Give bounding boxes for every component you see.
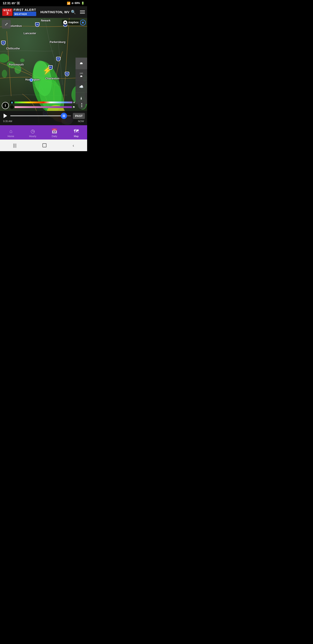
nav-map-label: Map [74, 135, 79, 138]
location-target-button[interactable] [80, 20, 86, 26]
lightning-icon: ⚡ [43, 66, 52, 75]
more-dots [81, 103, 82, 107]
map-container[interactable]: Newark Columbus Lancaster Chillicothe Pa… [0, 18, 87, 125]
status-temperature: 85° [12, 2, 16, 5]
hamburger-line-3 [80, 13, 85, 14]
logo-wsaz-text: WSAZ [3, 9, 11, 12]
interstate-79-shield: 79 [65, 72, 69, 76]
logo-firstalert: FIRST ALERT WEATHER [13, 8, 36, 16]
thumb-line-3 [64, 114, 65, 117]
city-lancaster: Lancaster [23, 32, 36, 35]
timeline-thumb-lines [63, 114, 65, 117]
legend-mix-icon: 🌨 [73, 106, 75, 108]
play-button[interactable] [2, 113, 8, 119]
logo-weather-text: WEATHER [14, 13, 27, 16]
home-icon: ⌂ [9, 128, 12, 134]
nav-daily[interactable]: 📅 Daily [43, 128, 65, 138]
precipitation-icon: 🌧 [79, 61, 83, 65]
search-button[interactable]: 🔍 [71, 10, 76, 14]
logo-box: WSAZ 3 [2, 8, 12, 16]
nav-hourly-label: Hourly [29, 135, 36, 138]
city-charleston: Charleston [45, 77, 59, 80]
daily-icon: 📅 [51, 128, 57, 134]
layer-24h-icon: 🌨 [80, 75, 83, 78]
bottom-nav: ⌂ Home ◷ Hourly 📅 Daily 🗺 Map [0, 125, 87, 140]
interstate-70-shield: 70 [35, 22, 39, 27]
mapbox-text: mapbox [68, 21, 79, 24]
legend-gradient-2 [14, 106, 72, 108]
nav-hourly[interactable]: ◷ Hourly [22, 128, 44, 138]
interstate-79: 79 [64, 72, 69, 76]
legend-snow-icon: ❄ [73, 101, 75, 104]
interstate-71: 71 [1, 40, 6, 46]
mapbox-logo: ⊕ mapbox [62, 20, 80, 25]
nav-home-label: Home [7, 135, 14, 138]
more-dot-1 [81, 103, 82, 104]
timeline-start-time: 9:35 AM [3, 120, 12, 122]
hamburger-line-1 [80, 10, 85, 11]
location-text: HUNTINGTON, WV [40, 10, 69, 14]
close-icon[interactable]: ✕ [17, 2, 20, 5]
city-parkersburg: Parkersburg [50, 40, 65, 44]
timeline-bar: PAST 9:35 AM NOW [0, 111, 87, 125]
map-icon: 🗺 [74, 128, 79, 134]
timeline-track[interactable] [10, 116, 71, 116]
legend-rain-icon: 💧 [10, 100, 14, 104]
logo-weather-box: WEATHER [13, 12, 36, 16]
location-target-inner [82, 22, 84, 24]
more-dot-3 [81, 106, 82, 107]
nav-daily-label: Daily [52, 135, 57, 138]
more-dot-2 [81, 105, 82, 106]
expand-button[interactable]: ⤢ [2, 20, 11, 28]
temp-icon: 🌡 [79, 96, 83, 100]
city-chillicothe: Chillicothe [6, 47, 20, 50]
logo-first-text: FIRST ALERT [13, 8, 36, 12]
city-newark: Newark [41, 19, 50, 22]
hourly-icon: ◷ [31, 128, 35, 134]
timeline-now-label: NOW [78, 120, 84, 122]
signal-icon: ⊘ [71, 2, 73, 5]
status-time: 12:31 [3, 1, 11, 5]
nav-home[interactable]: ⌂ Home [0, 128, 22, 138]
legend-area: 💧 ❄ ❄ 🌨 [10, 100, 75, 109]
status-bar: 12:31 85° ✕ 📶 ⊘ 69% 🔋 [0, 0, 87, 6]
timeline-thumb [61, 113, 67, 119]
layer-btn-clouds[interactable]: ☁️ [75, 81, 87, 92]
interstate-77-mid: 77 [56, 56, 61, 62]
play-icon [3, 114, 7, 118]
layer-btn-24h[interactable]: 24h 🌨 [75, 69, 87, 81]
layer-panel: 🌧 24h 🌨 ☁️ 🌡 [75, 58, 87, 104]
home-button[interactable] [42, 143, 46, 147]
hamburger-line-2 [80, 12, 85, 12]
thumb-line-1 [63, 114, 63, 117]
menu-button[interactable] [80, 10, 85, 14]
location-display[interactable]: HUNTINGTON, WV 🔍 [40, 10, 76, 14]
layer-24h-label: 24h [79, 72, 83, 74]
logo-num-text: 3 [6, 12, 8, 15]
timeline-labels: 9:35 AM NOW [2, 120, 85, 122]
interstate-77-mid-shield: 77 [56, 57, 60, 61]
battery-icon: 🔋 [81, 2, 84, 5]
info-button[interactable]: i [2, 102, 9, 109]
battery-percent: 69% [75, 2, 80, 5]
legend-gradient-1 [14, 102, 72, 103]
interstate-70: 70 [35, 22, 40, 27]
more-options-button[interactable] [78, 101, 86, 109]
back-button[interactable]: ‹ [73, 143, 74, 148]
recents-button[interactable]: ||| [13, 143, 16, 148]
system-nav: ||| ‹ [0, 140, 87, 151]
legend-ice-icon: ❄ [10, 105, 14, 109]
app-logo: WSAZ 3 FIRST ALERT WEATHER [2, 8, 36, 16]
past-button[interactable]: PAST [73, 113, 85, 119]
timeline-controls: PAST [2, 113, 85, 119]
layer-btn-precipitation[interactable]: 🌧 [75, 58, 87, 69]
expand-icon: ⤢ [5, 22, 8, 26]
app-header: WSAZ 3 FIRST ALERT WEATHER HUNTINGTON, W… [0, 6, 87, 18]
nav-map[interactable]: 🗺 Map [65, 128, 87, 138]
clouds-icon: ☁️ [79, 84, 83, 89]
mapbox-logo-icon: ⊕ [63, 20, 67, 24]
status-right: 📶 ⊘ 69% 🔋 [67, 2, 84, 5]
wifi-icon: 📶 [67, 2, 70, 5]
interstate-71-shield: 71 [1, 41, 5, 45]
timeline-progress [10, 116, 64, 116]
